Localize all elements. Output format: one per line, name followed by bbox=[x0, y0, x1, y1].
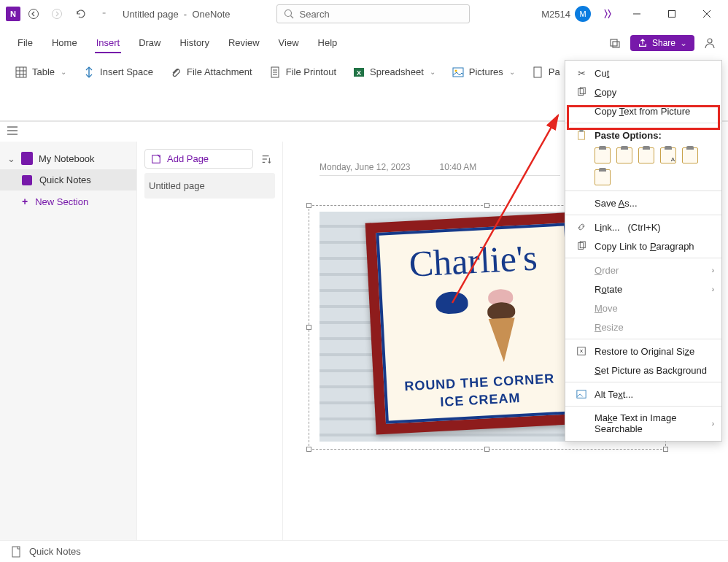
ribbon-pictures[interactable]: Pictures ⌄ bbox=[444, 61, 522, 83]
plus-icon: + bbox=[22, 196, 28, 207]
resize-handle[interactable] bbox=[663, 447, 668, 452]
ctx-copy[interactable]: Copy bbox=[565, 82, 721, 101]
tab-home[interactable]: Home bbox=[43, 33, 86, 53]
picture-icon bbox=[452, 66, 465, 79]
tab-file[interactable]: File bbox=[9, 33, 42, 53]
svg-rect-37 bbox=[579, 130, 583, 132]
svg-rect-8 bbox=[611, 39, 617, 46]
cone-icon bbox=[487, 288, 518, 363]
forward-button bbox=[47, 4, 67, 24]
ribbon-pa-label: Pa bbox=[549, 66, 560, 77]
page-item[interactable]: Untitled page bbox=[144, 173, 275, 199]
resize-handle[interactable] bbox=[306, 447, 311, 452]
minimize-button[interactable] bbox=[621, 3, 652, 25]
ctx-restore-original[interactable]: Restore to Original Size bbox=[565, 342, 721, 361]
clipboard-icon bbox=[576, 129, 587, 141]
ctx-copy-text-from-picture[interactable]: Copy Text from Picture bbox=[565, 101, 721, 120]
notebook-icon bbox=[21, 152, 33, 165]
chevron-down-icon: ⌄ bbox=[430, 68, 435, 76]
ctx-link[interactable]: Link... (Ctrl+K) bbox=[565, 218, 721, 236]
resize-handle[interactable] bbox=[306, 203, 311, 208]
printout-icon bbox=[268, 66, 282, 79]
notebook-dropdown[interactable]: ⌄ My Notebook bbox=[0, 147, 136, 169]
svg-rect-41 bbox=[577, 390, 586, 399]
resize-handle[interactable] bbox=[484, 447, 489, 452]
add-page-button[interactable]: Add Page bbox=[144, 149, 253, 169]
add-page-label: Add Page bbox=[167, 153, 209, 164]
ctx-cut[interactable]: ✂ Cut bbox=[565, 63, 721, 82]
account-icon[interactable] bbox=[700, 34, 719, 53]
qat-dropdown[interactable]: ⁼ bbox=[93, 4, 114, 24]
svg-rect-5 bbox=[669, 11, 675, 18]
paste-options-label: Paste Options: bbox=[595, 130, 662, 141]
ribbon-attachment-label: File Attachment bbox=[187, 66, 252, 77]
user-avatar[interactable]: M bbox=[575, 6, 591, 22]
ribbon-spreadsheet-label: Spreadsheet bbox=[370, 66, 424, 77]
ctx-copy-link-paragraph[interactable]: Copy Link to Paragraph bbox=[565, 236, 721, 255]
sundae-icon bbox=[435, 290, 474, 329]
excel-icon: X bbox=[352, 66, 365, 79]
tab-history[interactable]: History bbox=[171, 33, 218, 53]
ribbon-pictures-label: Pictures bbox=[469, 66, 503, 77]
ribbon-page-truncated[interactable]: Pa bbox=[524, 61, 568, 83]
paste-option-1[interactable] bbox=[595, 147, 611, 163]
undo-button[interactable] bbox=[70, 4, 90, 24]
ribbon-spreadsheet[interactable]: X Spreadsheet ⌄ bbox=[345, 61, 443, 83]
insert-space-icon bbox=[82, 66, 96, 79]
tab-insert[interactable]: Insert bbox=[88, 33, 129, 53]
ctx-move: Move bbox=[565, 299, 721, 317]
ribbon-insert-space[interactable]: Insert Space bbox=[75, 61, 160, 83]
svg-point-24 bbox=[454, 69, 457, 72]
paste-option-2[interactable] bbox=[616, 147, 632, 163]
ctx-resize: Resize bbox=[565, 317, 721, 336]
page-icon bbox=[10, 546, 22, 558]
ribbon-file-printout[interactable]: File Printout bbox=[261, 61, 344, 83]
sign-title: Charlie's bbox=[387, 238, 559, 283]
paste-option-3[interactable] bbox=[638, 147, 654, 163]
paste-option-4[interactable]: A bbox=[660, 147, 676, 163]
ctx-make-searchable[interactable]: Make Text in Image Searchable› bbox=[565, 409, 721, 438]
copy-icon bbox=[576, 240, 587, 252]
ctx-set-background[interactable]: Set Picture as Background bbox=[565, 361, 721, 380]
ribbon-file-attachment[interactable]: File Attachment bbox=[162, 61, 260, 83]
back-button[interactable] bbox=[23, 4, 44, 24]
search-icon bbox=[283, 8, 295, 20]
ribbon-insert-space-label: Insert Space bbox=[100, 66, 153, 77]
paste-option-6[interactable] bbox=[595, 169, 611, 185]
ctx-alt-text[interactable]: Alt Text... bbox=[565, 385, 721, 404]
open-teams-icon[interactable] bbox=[605, 34, 624, 53]
sort-pages-button[interactable] bbox=[257, 150, 275, 168]
scissors-icon: ✂ bbox=[576, 67, 587, 79]
ctx-rotate[interactable]: Rotate› bbox=[565, 280, 721, 299]
chevron-down-icon: ⌄ bbox=[509, 68, 515, 76]
share-button[interactable]: Share ⌄ bbox=[630, 35, 694, 51]
paste-option-5[interactable] bbox=[682, 147, 698, 163]
notebook-name: My Notebook bbox=[39, 153, 95, 164]
coming-soon-button[interactable] bbox=[598, 4, 617, 23]
window-title: Untitled page - OneNote bbox=[123, 9, 230, 20]
tab-view[interactable]: View bbox=[270, 33, 308, 53]
navigation-toggle[interactable] bbox=[7, 126, 18, 137]
resize-handle[interactable] bbox=[484, 203, 489, 208]
ctx-save-as[interactable]: Save As... bbox=[565, 193, 721, 212]
ribbon-table[interactable]: Table ⌄ bbox=[7, 61, 74, 83]
page-time: 10:40 AM bbox=[440, 162, 477, 172]
share-icon bbox=[638, 38, 648, 48]
section-quick-notes[interactable]: Quick Notes bbox=[0, 169, 136, 190]
paperclip-icon bbox=[169, 66, 182, 79]
close-button[interactable] bbox=[692, 3, 722, 25]
chevron-down-icon: ⌄ bbox=[680, 38, 687, 48]
tab-review[interactable]: Review bbox=[220, 33, 268, 53]
maximize-button[interactable] bbox=[657, 3, 687, 25]
svg-rect-42 bbox=[12, 547, 20, 557]
app-icon: N bbox=[6, 7, 20, 21]
new-section-button[interactable]: + New Section bbox=[0, 190, 136, 212]
resize-handle[interactable] bbox=[306, 325, 311, 330]
tab-help[interactable]: Help bbox=[309, 33, 346, 53]
search-box[interactable]: Search bbox=[276, 4, 470, 23]
svg-point-10 bbox=[708, 39, 712, 43]
page-date: Monday, June 12, 2023 bbox=[320, 162, 411, 172]
status-section-label: Quick Notes bbox=[29, 546, 81, 557]
svg-line-3 bbox=[291, 16, 294, 19]
tab-draw[interactable]: Draw bbox=[130, 33, 169, 53]
